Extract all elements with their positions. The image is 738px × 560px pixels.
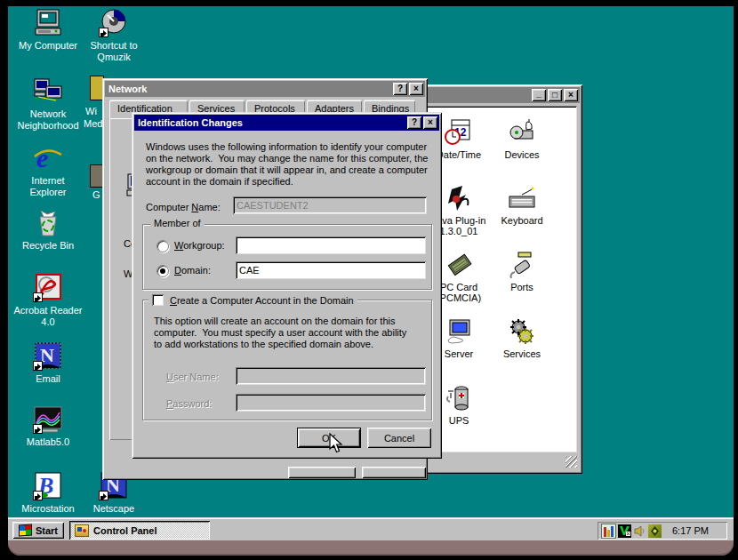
volume-tray-icon[interactable] — [633, 524, 646, 538]
dialog-titlebar[interactable]: Identification Changes ? × — [134, 115, 439, 131]
radio-dot — [160, 268, 165, 274]
shortcut-arrow-icon — [99, 491, 108, 500]
user-name-label: User Name: — [166, 372, 219, 382]
cancel-button-label: Cancel — [384, 433, 414, 444]
control-panel-task-icon — [75, 524, 89, 537]
task-button-control-panel[interactable]: Control Panel — [69, 521, 210, 540]
desktop-icon-microstation[interactable]: B Microstation — [13, 472, 83, 515]
member-of-group: Member of Workgroup: Domain: CAE — [142, 224, 432, 290]
desktop-icon-label: Email — [13, 373, 83, 385]
monitor-bezel — [8, 540, 734, 556]
desktop-icon-acrobat[interactable]: Acrobat Reader 4.0 — [13, 274, 83, 328]
desktop-icon-label: Med — [84, 118, 102, 129]
close-button[interactable]: × — [423, 116, 437, 129]
svg-text:e: e — [36, 144, 48, 172]
minimize-button[interactable]: _ — [532, 89, 546, 101]
keyboard-icon — [508, 184, 536, 212]
control-panel-client: 12 Date/Time Devices Java Plug-in 1.3.0_… — [423, 106, 577, 452]
desktop-icon-email[interactable]: N Email — [13, 342, 83, 385]
create-account-text: This option will create an account on th… — [154, 316, 416, 350]
my-computer-icon — [33, 9, 63, 37]
workgroup-field[interactable] — [236, 236, 426, 254]
datetime-icon: 12 — [445, 118, 473, 147]
create-account-checkbox[interactable] — [152, 294, 164, 306]
devices-icon — [508, 118, 536, 147]
network-title: Network — [108, 84, 147, 94]
matlab-icon — [33, 405, 63, 434]
screen-frame: { "colors":{"desktop":"#008080","title_a… — [0, 0, 738, 560]
close-button[interactable]: × — [564, 89, 578, 101]
vshield-tray-icon[interactable] — [618, 524, 631, 538]
cp-item-label: Services — [491, 348, 553, 359]
network-titlebar[interactable]: Network ? × — [105, 81, 425, 97]
user-name-field — [236, 367, 426, 385]
system-meter-tray-icon[interactable] — [601, 524, 616, 539]
desktop-icon-label: G — [92, 189, 100, 200]
microstation-icon: B — [33, 472, 63, 500]
desktop-icon-label: Matlab5.0 — [13, 436, 83, 448]
system-tray: 6:17 PM — [598, 522, 727, 540]
desktop-icon-label: Netscape — [79, 503, 148, 515]
desktop-icon-label: Recycle Bin — [13, 240, 83, 252]
cp-item-keyboard[interactable]: Keyboard — [491, 184, 553, 226]
network-ok-button[interactable] — [288, 467, 356, 478]
network-neighborhood-icon — [33, 77, 63, 106]
shortcut-arrow-icon — [33, 491, 43, 500]
cp-item-ports[interactable]: Ports — [491, 251, 553, 292]
dialog-intro-text: Windows uses the following information t… — [146, 141, 432, 188]
display-tray-icon[interactable] — [648, 524, 662, 538]
computer-name-field: CAESTUDENT2 — [233, 196, 427, 214]
desktop-icon-label: Wi — [85, 106, 97, 116]
member-of-legend: Member of — [150, 218, 205, 228]
maximize-button[interactable]: □ — [548, 89, 562, 101]
services-icon — [508, 317, 536, 346]
netscape-mail-icon: N — [33, 342, 63, 371]
password-label: Password: — [166, 398, 212, 409]
desktop-icon-recycle-bin[interactable]: Recycle Bin — [13, 209, 83, 252]
resize-grip[interactable] — [566, 456, 577, 468]
shortcut-arrow-icon — [33, 292, 43, 302]
desktop-icon-internet-explorer[interactable]: e Internet Explorer — [13, 144, 83, 198]
close-button[interactable]: × — [409, 83, 423, 95]
domain-radio[interactable] — [156, 265, 169, 277]
server-icon — [445, 317, 473, 346]
mouse-cursor — [329, 433, 344, 456]
domain-field[interactable]: CAE — [236, 261, 426, 279]
desktop-icon-label: Microstation — [13, 503, 83, 515]
windows-logo-icon — [19, 524, 32, 536]
cp-item-devices[interactable]: Devices — [491, 118, 553, 160]
help-button[interactable]: ? — [407, 116, 421, 129]
network-cancel-button[interactable] — [362, 467, 426, 478]
shortcut-arrow-icon — [33, 424, 43, 434]
start-button[interactable]: Start — [12, 522, 64, 539]
password-field — [236, 394, 426, 412]
domain-label: Domain: — [174, 265, 211, 276]
desktop-icon-label: Acrobat Reader 4.0 — [13, 305, 83, 328]
desktop-icon-matlab[interactable]: Matlab5.0 — [13, 405, 83, 448]
desktop-icon-label: Shortcut to Qmuzik — [79, 40, 148, 63]
start-button-label: Start — [36, 525, 58, 536]
control-panel-window: _ □ × 12 Date/Time Devices Java Plug-in … — [418, 84, 582, 474]
desktop-icon-qmuzik[interactable]: Shortcut to Qmuzik — [79, 9, 148, 63]
control-panel-statusbar — [423, 454, 577, 468]
cancel-button[interactable]: Cancel — [367, 428, 431, 448]
tray-clock[interactable]: 6:17 PM — [672, 525, 709, 536]
create-account-group: Create a Computer Account in the Domain … — [142, 300, 432, 420]
qmuzik-shortcut-icon — [99, 9, 129, 37]
desktop-icon-label: My Computer — [13, 40, 83, 52]
ports-icon — [508, 251, 536, 279]
help-button[interactable]: ? — [393, 83, 407, 95]
desktop-icon-network-neighborhood[interactable]: Network Neighborhood — [13, 77, 83, 132]
task-button-label: Control Panel — [93, 525, 157, 536]
control-panel-titlebar[interactable]: _ □ × — [421, 87, 580, 103]
workgroup-radio[interactable] — [156, 240, 169, 252]
recycle-bin-icon — [33, 209, 63, 237]
create-account-row: Create a Computer Account in the Domain — [148, 294, 357, 306]
desktop: My Computer Shortcut to Qmuzik Network N… — [8, 6, 734, 540]
cp-item-services[interactable]: Services — [491, 317, 553, 359]
desktop-icon-my-computer[interactable]: My Computer — [13, 9, 83, 52]
workgroup-label: Workgroup: — [174, 240, 225, 251]
dialog-title: Identification Changes — [138, 117, 243, 128]
cp-item-label: Keyboard — [491, 215, 553, 226]
desktop-icon-label: Network Neighborhood — [13, 108, 83, 132]
